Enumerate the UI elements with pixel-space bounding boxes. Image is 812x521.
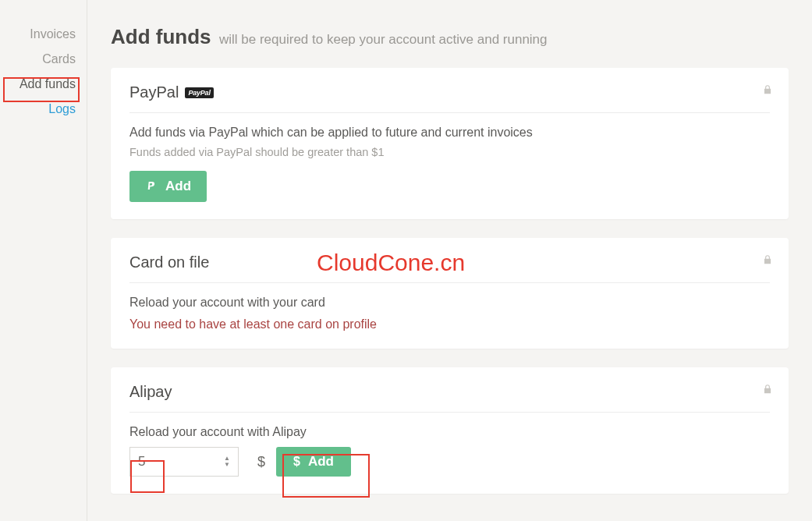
currency-label: $ [257,454,265,470]
paypal-title: PayPal [129,83,179,101]
paypal-add-button[interactable]: Add [129,171,207,202]
lock-icon [762,83,773,96]
paypal-subdesc: Funds added via PayPal should be greater… [129,146,770,158]
lock-icon [762,383,773,395]
paypal-badge-icon: PayPal [185,87,213,98]
alipay-card: Alipay Reload your account with Alipay ▲… [111,367,789,494]
paypal-p-icon [145,180,158,193]
lock-icon [762,253,773,266]
sidebar: Invoices Cards Add funds Logs [0,0,87,521]
page-subtitle: will be required to keep your account ac… [219,32,548,47]
dollar-icon: $ [293,455,300,469]
cardonfile-card: Card on file Reload your account with yo… [111,238,789,349]
cardonfile-warning: You need to have at least one card on pr… [129,317,770,331]
main: Add funds will be required to keep your … [87,0,812,521]
alipay-desc: Reload your account with Alipay [129,425,770,439]
alipay-title: Alipay [129,383,172,401]
sidebar-item-logs[interactable]: Logs [0,97,87,122]
amount-stepper[interactable]: ▲ ▼ [220,455,234,468]
paypal-desc: Add funds via PayPal which can be applie… [129,126,770,140]
cardonfile-desc: Reload your account with your card [129,296,770,310]
sidebar-item-add-funds[interactable]: Add funds [0,72,87,97]
alipay-add-button[interactable]: $ Add [276,447,351,477]
cardonfile-title: Card on file [129,253,209,271]
paypal-card: PayPal PayPal Add funds via PayPal which… [111,68,789,219]
page-title: Add funds [111,25,211,48]
paypal-add-label: Add [165,179,191,194]
sidebar-item-invoices[interactable]: Invoices [0,22,87,47]
chevron-down-icon[interactable]: ▼ [224,462,230,468]
alipay-add-label: Add [308,454,334,470]
sidebar-item-cards[interactable]: Cards [0,47,87,72]
